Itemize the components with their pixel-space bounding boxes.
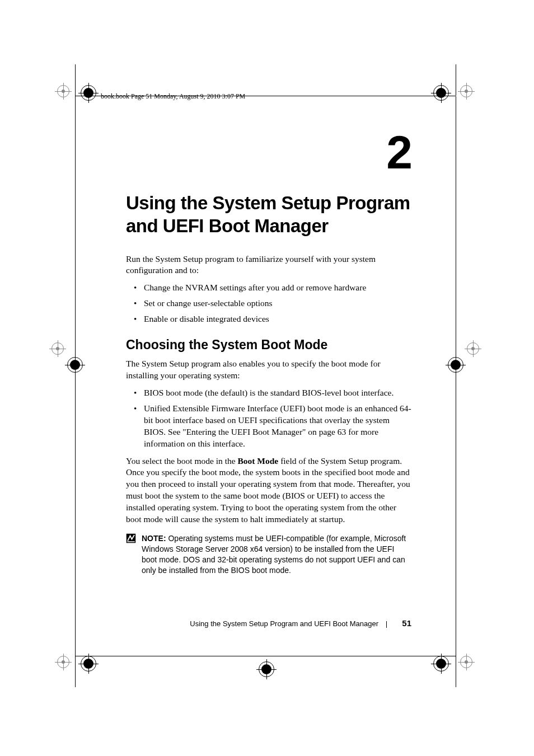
note-block: NOTE: Operating systems must be UEFI-com… (126, 533, 411, 576)
crop-line (75, 96, 76, 656)
reg-mark-tl (78, 83, 99, 103)
list-item: BIOS boot mode (the default) is the stan… (144, 387, 411, 399)
page-number: 51 (402, 618, 411, 628)
chapter-number: 2 (126, 129, 411, 176)
crop-line (456, 656, 456, 687)
boot-mode-bold: Boot Mode (237, 456, 278, 466)
boot-mode-paragraph: You select the boot mode in the Boot Mod… (126, 456, 411, 526)
reg-mark-bm (256, 659, 277, 679)
list-item: Unified Extensible Firmware Interface (U… (144, 403, 411, 450)
footer-separator (386, 621, 387, 628)
page-footer: Using the System Setup Program and UEFI … (126, 618, 411, 628)
page-content: 2 Using the System Setup Program and UEF… (126, 129, 411, 576)
text: You select the boot mode in the (126, 456, 237, 466)
reg-mark-tr (431, 83, 451, 103)
intro-paragraph: Run the System Setup program to familiar… (126, 253, 411, 277)
reg-mark-tr-gray (458, 83, 475, 100)
page-title: Using the System Setup Program and UEFI … (126, 191, 411, 238)
list-item: Set or change user-selectable options (144, 298, 411, 309)
reg-mark-br-gray (458, 654, 475, 670)
crop-line (75, 656, 76, 687)
section-bullet-list: BIOS boot mode (the default) is the stan… (126, 387, 411, 450)
section-intro: The System Setup program also enables yo… (126, 358, 411, 382)
print-header-line: book.book Page 51 Monday, August 9, 2010… (101, 92, 245, 101)
text: field of the System Setup program. Once … (126, 456, 410, 524)
reg-mark-bl-gray (55, 654, 72, 670)
reg-mark-rm-gray (465, 340, 481, 357)
crop-line (456, 96, 456, 656)
crop-line (75, 64, 76, 96)
note-icon (126, 533, 136, 576)
reg-mark-tl-gray (55, 83, 72, 100)
footer-text: Using the System Setup Program and UEFI … (190, 619, 378, 628)
crop-line (75, 656, 456, 656)
section-heading: Choosing the System Boot Mode (126, 337, 411, 353)
list-item: Change the NVRAM settings after you add … (144, 282, 411, 294)
crop-line (456, 64, 456, 96)
note-text: NOTE: Operating systems must be UEFI-com… (142, 533, 411, 576)
reg-mark-bl (78, 654, 99, 674)
reg-mark-br (431, 654, 451, 674)
list-item: Enable or disable integrated devices (144, 313, 411, 325)
reg-mark-lm-gray (49, 340, 66, 357)
note-body: Operating systems must be UEFI-compatibl… (142, 534, 406, 575)
note-label: NOTE: (142, 534, 166, 543)
intro-bullet-list: Change the NVRAM settings after you add … (126, 282, 411, 325)
